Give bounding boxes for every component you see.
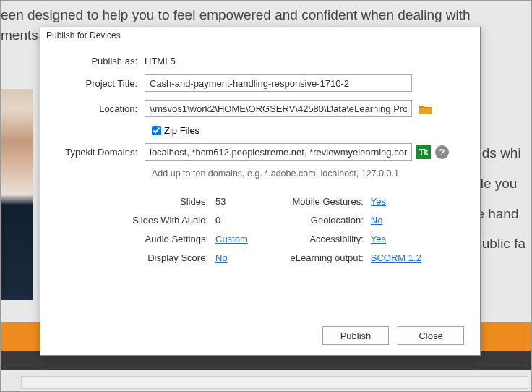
dialog-button-row: Publish Close [322,326,464,345]
mobile-label: Mobile Gestures: [277,196,371,207]
typekit-label: Typekit Domains: [56,147,145,158]
row-location: Location: [56,100,464,117]
typekit-icon[interactable]: Tk [416,145,431,159]
typekit-input[interactable] [145,143,412,161]
publish-as-label: Publish as: [56,56,145,67]
slides-value: 53 [215,196,226,207]
typekit-hint: Add up to ten domains, e.g. *.adobe.com,… [152,169,464,179]
slides-label: Slides: [85,196,215,207]
bg-line1: een designed to help you to feel empower… [1,7,471,22]
location-input[interactable] [145,100,412,117]
publish-button[interactable]: Publish [322,326,389,345]
folder-icon[interactable] [418,103,432,114]
row-publish-as: Publish as: HTML5 [56,56,464,67]
dialog-body: Publish as: HTML5 Project Title: Locatio… [40,43,480,267]
acc-label: Accessibility: [277,234,371,244]
elearn-label: eLearning output: [277,252,371,263]
slides-audio-value: 0 [215,215,220,226]
stats-area: Slides: 53 Slides With Audio: 0 Audio Se… [85,192,464,267]
publish-dialog: Publish for Devices Publish as: HTML5 Pr… [40,27,481,356]
project-title-input[interactable] [145,74,412,92]
stats-col-left: Slides: 53 Slides With Audio: 0 Audio Se… [85,192,248,267]
row-project-title: Project Title: [56,74,464,92]
mobile-link[interactable]: Yes [371,196,386,207]
bg-line2a: ments [1,27,38,43]
row-zip-files: Zip Files [152,125,464,136]
dialog-title: Publish for Devices [40,27,480,43]
audio-settings-label: Audio Settings: [85,234,215,244]
row-typekit: Typekit Domains: Tk ? [56,143,464,161]
background-photo [1,89,33,300]
stats-col-right: Mobile Gestures: Yes Geolocation: No Acc… [277,192,421,267]
close-button[interactable]: Close [398,326,464,345]
help-icon[interactable]: ? [435,145,449,159]
display-score-label: Display Score: [85,252,215,263]
location-label: Location: [56,103,145,114]
audio-settings-link[interactable]: Custom [215,234,248,244]
geo-link[interactable]: No [371,215,383,226]
elearn-link[interactable]: SCORM 1.2 [371,252,421,263]
project-title-label: Project Title: [56,78,145,89]
horizontal-scrollbar[interactable] [21,376,528,389]
zip-files-label: Zip Files [164,125,200,136]
zip-files-checkbox[interactable] [152,126,161,135]
display-score-link[interactable]: No [215,252,228,263]
slides-audio-label: Slides With Audio: [85,215,215,226]
geo-label: Geolocation: [277,215,371,226]
publish-as-value: HTML5 [145,56,464,67]
acc-link[interactable]: Yes [371,234,386,244]
